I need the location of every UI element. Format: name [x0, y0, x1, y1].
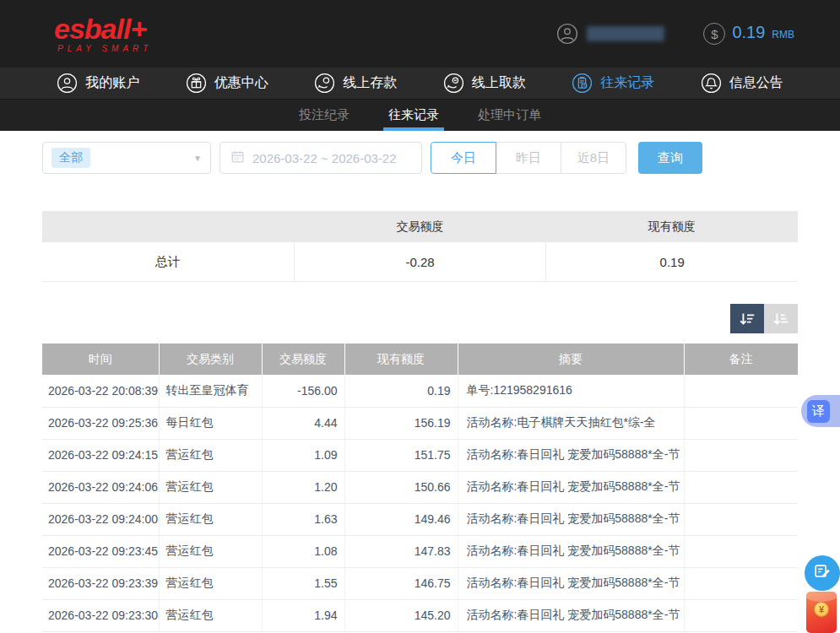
date-range-input[interactable]: 2026-03-22 ~ 2026-03-22	[219, 142, 422, 174]
sort-descending-button[interactable]	[730, 304, 764, 333]
nav-item-promotions[interactable]: 优惠中心	[186, 73, 268, 94]
calendar-icon	[230, 149, 245, 167]
col-header-balance: 现有额度	[344, 344, 458, 375]
table-cell: 活动名称:春日回礼 宠爱加码58888*全-节	[458, 439, 684, 471]
records-clipboard-icon	[572, 73, 593, 94]
table-row: 2026-03-22 09:23:45营运红包1.08147.83活动名称:春日…	[42, 535, 798, 567]
table-cell: 149.46	[344, 503, 458, 535]
summary-table: 交易额度 现有额度 总计 -0.28 0.19	[42, 211, 798, 282]
main-nav: 我的账户 优惠中心 线上存款	[0, 68, 840, 100]
table-cell: 2026-03-22 09:23:45	[42, 535, 159, 567]
col-header-time: 时间	[42, 344, 159, 375]
transactions-table: 时间 交易类别 交易额度 现有额度 摘要 备注 2026-03-22 20:08…	[42, 344, 798, 632]
nav-item-deposit[interactable]: 线上存款	[314, 73, 397, 94]
table-cell	[684, 375, 798, 407]
top-header: esball+ PLAY SMART $ 0.19 RMB	[0, 0, 840, 68]
balance[interactable]: $ 0.19 RMB	[703, 23, 794, 45]
date-range-value: 2026-03-22 ~ 2026-03-22	[252, 151, 397, 165]
nav-label: 线上取款	[472, 74, 526, 92]
table-cell	[684, 599, 798, 631]
table-cell	[684, 503, 798, 535]
edit-note-icon	[813, 562, 832, 584]
summary-header-empty	[42, 211, 294, 242]
table-row: 2026-03-22 09:23:39营运红包1.55146.75活动名称:春日…	[42, 567, 798, 599]
table-cell: 营运红包	[159, 599, 262, 631]
summary-header-balance: 现有额度	[546, 211, 798, 242]
page: esball+ PLAY SMART $ 0.19 RMB	[0, 0, 840, 633]
quick-btn-last8days[interactable]: 近8日	[561, 142, 626, 174]
balance-currency: RMB	[772, 29, 794, 41]
summary-total-trade: -0.28	[295, 242, 547, 281]
summary-header-row: 交易额度 现有额度	[42, 211, 798, 242]
table-cell: 1.94	[262, 599, 344, 631]
table-cell: 2026-03-22 09:24:15	[42, 439, 159, 471]
table-cell: 1.20	[262, 471, 344, 503]
summary-total-balance: 0.19	[546, 242, 798, 281]
quick-btn-today[interactable]: 今日	[431, 142, 496, 174]
balance-amount: 0.19	[732, 23, 765, 42]
nav-item-withdraw[interactable]: 线上取款	[443, 73, 526, 94]
category-select[interactable]: 全部 ▼	[42, 142, 211, 174]
summary-total-row: 总计 -0.28 0.19	[42, 242, 798, 281]
summary-header-trade: 交易额度	[294, 211, 545, 242]
table-cell: 147.83	[344, 535, 458, 567]
bell-icon	[701, 73, 722, 94]
nav-label: 信息公告	[729, 74, 783, 92]
table-cell: 146.75	[344, 567, 458, 599]
table-cell: 营运红包	[159, 439, 262, 471]
table-cell: 0.19	[344, 375, 458, 407]
table-row: 2026-03-22 09:24:00营运红包1.63149.46活动名称:春日…	[42, 503, 798, 535]
chevron-down-icon: ▼	[193, 154, 202, 163]
table-cell: 2026-03-22 09:25:36	[42, 407, 159, 439]
table-cell: 1.55	[262, 567, 344, 599]
table-cell: 2026-03-22 09:23:30	[42, 599, 159, 631]
table-cell: 2026-03-22 09:23:39	[42, 567, 159, 599]
table-cell: 2026-03-22 09:24:00	[42, 503, 159, 535]
table-cell: 150.66	[344, 471, 458, 503]
col-header-remark: 备注	[684, 344, 798, 375]
nav-label: 优惠中心	[214, 74, 268, 92]
table-cell: 营运红包	[159, 503, 262, 535]
nav-item-records[interactable]: 往来记录	[572, 73, 654, 94]
brand-tagline: PLAY SMART	[54, 45, 152, 53]
username-blurred	[587, 26, 664, 41]
red-envelope-button[interactable]: ¥	[806, 592, 837, 633]
user-icon	[57, 73, 78, 94]
quick-btn-label: 昨日	[516, 150, 541, 166]
summary-total-label: 总计	[42, 242, 295, 281]
table-cell: 1.63	[262, 503, 344, 535]
table-cell: 活动名称:春日回礼 宠爱加码58888*全-节	[458, 535, 684, 567]
table-cell: 1.09	[262, 439, 344, 471]
user-account[interactable]	[556, 23, 664, 45]
content-area: 全部 ▼ 2026-03-22 ~ 2026-03-22 今日 昨日	[0, 131, 840, 632]
nav-label: 往来记录	[600, 74, 654, 92]
sort-ascending-button[interactable]	[764, 304, 798, 333]
nav-label: 线上存款	[343, 74, 397, 92]
translate-icon: 译	[807, 400, 830, 423]
table-cell	[684, 471, 798, 503]
table-cell	[684, 535, 798, 567]
sort-controls	[42, 304, 798, 333]
nav-item-my-account[interactable]: 我的账户	[57, 73, 139, 94]
table-row: 2026-03-22 09:24:15营运红包1.09151.75活动名称:春日…	[42, 439, 798, 471]
search-button[interactable]: 查询	[638, 142, 702, 174]
subtab-label: 投注纪录	[299, 107, 350, 123]
table-cell: 151.75	[344, 439, 458, 471]
dollar-icon: $	[703, 23, 725, 45]
table-row: 2026-03-22 09:24:06营运红包1.20150.66活动名称:春日…	[42, 471, 798, 503]
brand-logo[interactable]: esball+ PLAY SMART	[54, 14, 152, 53]
subtab-label: 处理中订单	[478, 107, 541, 123]
quick-btn-yesterday[interactable]: 昨日	[496, 142, 561, 174]
tab-transaction-records[interactable]: 往来记录	[383, 100, 444, 131]
translate-widget[interactable]: 译	[801, 395, 840, 427]
feedback-edit-button[interactable]	[805, 555, 840, 591]
col-header-summary: 摘要	[458, 344, 684, 375]
col-header-type: 交易类别	[159, 344, 262, 375]
envelope-flap	[806, 592, 837, 602]
sub-nav: 投注纪录 往来记录 处理中订单	[0, 100, 840, 131]
tab-pending-orders[interactable]: 处理中订单	[473, 100, 546, 131]
nav-item-announcements[interactable]: 信息公告	[701, 73, 783, 94]
table-cell: 转出至皇冠体育	[159, 375, 262, 407]
transactions-header: 时间 交易类别 交易额度 现有额度 摘要 备注	[42, 344, 798, 375]
tab-betting-records[interactable]: 投注纪录	[294, 100, 355, 131]
